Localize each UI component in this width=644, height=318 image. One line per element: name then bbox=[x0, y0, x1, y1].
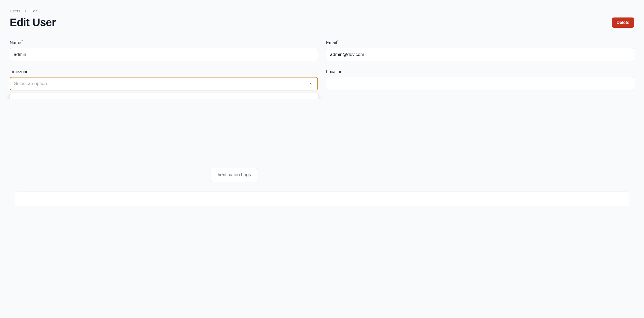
required-asterisk: * bbox=[22, 39, 23, 43]
timezone-placeholder: Select an option bbox=[14, 81, 47, 86]
name-label: Name* bbox=[10, 39, 318, 45]
edit-user-form: Name* Email* Timezone Select an option P… bbox=[10, 39, 634, 90]
chevron-down-icon bbox=[309, 81, 314, 86]
delete-button[interactable]: Delete bbox=[612, 17, 634, 28]
breadcrumb-current: Edit bbox=[30, 9, 37, 13]
timezone-select[interactable]: Select an option bbox=[10, 77, 318, 90]
email-group: Email* bbox=[326, 39, 634, 61]
breadcrumb: Users Edit bbox=[10, 9, 634, 13]
page-header: Edit User Delete bbox=[10, 16, 634, 29]
location-input[interactable] bbox=[326, 77, 634, 90]
timezone-search-input[interactable] bbox=[11, 94, 316, 99]
email-label-text: Email bbox=[326, 40, 337, 45]
location-group: Location bbox=[326, 69, 634, 90]
timezone-dropdown: Pacific, MidwayPacific, NiuePacific, Pag… bbox=[10, 93, 318, 99]
timezone-label: Timezone bbox=[10, 69, 318, 74]
email-input[interactable] bbox=[326, 48, 634, 61]
location-label: Location bbox=[326, 69, 634, 74]
email-label: Email* bbox=[326, 39, 634, 45]
timezone-select-wrapper: Select an option Pacific, MidwayPacific,… bbox=[10, 77, 318, 90]
name-input[interactable] bbox=[10, 48, 318, 61]
name-label-text: Name bbox=[10, 40, 21, 45]
breadcrumb-parent[interactable]: Users bbox=[10, 9, 20, 13]
required-asterisk: * bbox=[337, 39, 338, 43]
name-group: Name* bbox=[10, 39, 318, 61]
chevron-right-icon bbox=[23, 9, 27, 13]
timezone-group: Timezone Select an option Pacific, Midwa… bbox=[10, 69, 318, 90]
page-title: Edit User bbox=[10, 16, 56, 29]
